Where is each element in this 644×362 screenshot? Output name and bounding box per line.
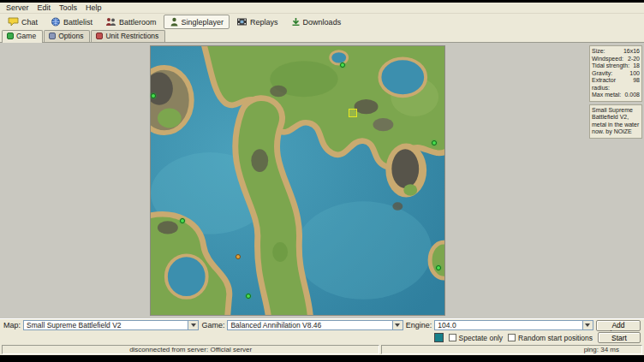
info-value: 18 [633, 62, 640, 70]
engine-label: Engine: [406, 321, 432, 329]
start-position-marker[interactable] [340, 62, 345, 68]
random-start-checkbox[interactable] [508, 334, 516, 341]
engine-select-value: 104.0 [438, 321, 582, 329]
game-label: Game: [201, 321, 224, 329]
map-stats-box: Size: 16x16 Windspeed: 2-20 Tidal streng… [589, 45, 642, 102]
connection-status-text: disconnected from server: Official serve… [129, 346, 252, 353]
info-label: Gravity: [592, 70, 612, 78]
start-position-layer [151, 46, 444, 315]
spectate-only-checkbox[interactable] [449, 334, 456, 341]
map-select[interactable]: Small Supreme Battlefield V2 [23, 320, 199, 330]
selection-row: Map: Small Supreme Battlefield V2 Game: … [0, 318, 644, 331]
tab-label: Battleroom [119, 18, 157, 27]
chevron-down-icon[interactable] [188, 321, 198, 329]
info-value: 100 [629, 70, 640, 78]
battle-subtabs: Game Options Unit Restrictions [0, 30, 644, 43]
chevron-down-icon[interactable] [392, 321, 402, 329]
game-select-value: Balanced Annihilation V8.46 [230, 321, 391, 329]
start-options-row: Spectate only Random start positions Sta… [0, 331, 644, 344]
tab-downloads[interactable]: Downloads [285, 15, 348, 29]
tab-battleroom[interactable]: Battleroom [99, 15, 163, 29]
add-bot-button[interactable]: Add bot... [596, 320, 641, 331]
map-description: Small Supreme Battlefield V2, metal in t… [589, 104, 642, 139]
lobby-window: Server Edit Tools Help Chat Battlelist B… [0, 3, 644, 355]
start-position-marker[interactable] [151, 93, 156, 98]
chevron-down-icon[interactable] [582, 321, 593, 329]
tab-label: Downloads [303, 18, 342, 27]
subtab-unit-restrictions[interactable]: Unit Restrictions [91, 30, 165, 42]
spectate-only-option: Spectate only [449, 334, 504, 342]
app-screen: Server Edit Tools Help Chat Battlelist B… [0, 0, 644, 362]
info-row-maxmetal: Max metal: 0.008 [592, 92, 640, 99]
map-label: Map: [3, 321, 21, 329]
start-box-marker[interactable] [349, 109, 357, 117]
start-position-marker[interactable] [436, 265, 441, 270]
menu-bar: Server Edit Tools Help [0, 3, 644, 14]
info-label: Windspeed: [592, 56, 623, 63]
tab-label: Replays [250, 18, 278, 27]
tab-label: Chat [21, 18, 38, 27]
subtab-options[interactable]: Options [44, 30, 90, 42]
random-start-label: Random start positions [518, 334, 593, 342]
info-label: Extractor radius: [592, 77, 633, 92]
subtab-label: Options [58, 32, 83, 40]
subtab-label: Game [16, 32, 36, 40]
map-info-panel: Size: 16x16 Windspeed: 2-20 Tidal streng… [589, 45, 642, 139]
engine-select[interactable]: 104.0 [434, 320, 593, 330]
info-row-size: Size: 16x16 [592, 48, 640, 56]
info-label: Tidal strength: [592, 62, 629, 70]
info-row-extractor: Extractor radius: 98 [592, 77, 640, 92]
menu-help[interactable]: Help [81, 3, 106, 12]
info-value: 16x16 [623, 48, 640, 56]
start-button[interactable]: Start [598, 332, 641, 343]
start-position-marker[interactable] [236, 254, 241, 259]
tab-chat[interactable]: Chat [2, 15, 44, 29]
tab-replays[interactable]: Replays [230, 15, 284, 29]
singleplayer-icon [170, 17, 179, 27]
info-value: 98 [633, 77, 640, 92]
menu-edit[interactable]: Edit [33, 3, 56, 12]
info-row-tidal: Tidal strength: 18 [592, 62, 640, 70]
replays-icon [236, 17, 247, 27]
battleroom-icon [105, 17, 116, 27]
battlelist-icon [51, 17, 61, 27]
tab-label: Battlelist [63, 18, 92, 27]
tab-label: Singleplayer [182, 18, 224, 27]
start-position-marker[interactable] [180, 218, 185, 223]
start-position-marker[interactable] [432, 140, 437, 145]
map-select-value: Small Supreme Battlefield V2 [27, 321, 188, 329]
subtab-game[interactable]: Game [2, 30, 43, 43]
tab-singleplayer[interactable]: Singleplayer [164, 15, 230, 29]
menu-tools[interactable]: Tools [55, 3, 81, 12]
ping-status-text: ping: 34 ms [584, 346, 619, 353]
main-toolbar: Chat Battlelist Battleroom Singleplayer … [0, 14, 644, 30]
info-value: 2-20 [628, 56, 640, 63]
info-row-gravity: Gravity: 100 [592, 70, 640, 78]
game-icon [7, 33, 14, 39]
unit-restrictions-icon [96, 33, 103, 39]
ping-status: ping: 34 ms [381, 345, 642, 354]
menu-server[interactable]: Server [2, 3, 33, 12]
game-select[interactable]: Balanced Annihilation V8.46 [227, 320, 402, 330]
subtab-label: Unit Restrictions [105, 32, 158, 40]
downloads-icon [291, 17, 301, 27]
info-row-windspeed: Windspeed: 2-20 [592, 56, 640, 63]
spectate-only-label: Spectate only [459, 334, 504, 342]
player-color-swatch[interactable] [434, 333, 444, 342]
info-value: 0.008 [624, 92, 640, 99]
tab-battlelist[interactable]: Battlelist [45, 15, 98, 29]
info-label: Max metal: [592, 92, 621, 99]
random-start-option: Random start positions [508, 334, 593, 342]
connection-status: disconnected from server: Official serve… [2, 345, 379, 354]
start-position-marker[interactable] [246, 294, 251, 299]
info-label: Size: [592, 48, 605, 56]
map-preview[interactable] [150, 45, 445, 316]
status-bar: disconnected from server: Official serve… [0, 344, 644, 355]
battleroom-main-area: Size: 16x16 Windspeed: 2-20 Tidal streng… [0, 43, 644, 318]
chat-icon [8, 17, 19, 27]
options-icon [49, 33, 56, 39]
